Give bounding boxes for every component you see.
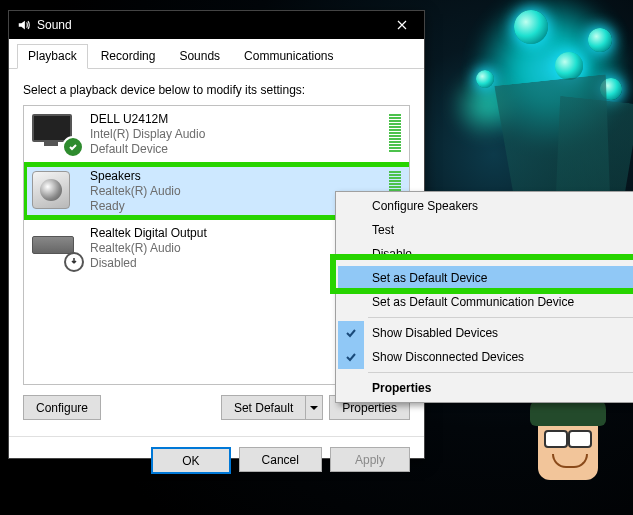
level-meter	[389, 112, 401, 152]
sound-icon	[17, 18, 31, 32]
menu-configure-speakers[interactable]: Configure Speakers	[338, 194, 633, 218]
menu-set-default-comm-device[interactable]: Set as Default Communication Device	[338, 290, 633, 314]
menu-disable[interactable]: Disable	[338, 242, 633, 266]
titlebar[interactable]: Sound	[9, 11, 424, 39]
speaker-icon	[32, 169, 80, 211]
menu-item-label: Show Disconnected Devices	[372, 350, 524, 364]
menu-properties[interactable]: Properties	[338, 376, 633, 400]
tab-communications[interactable]: Communications	[233, 44, 344, 69]
check-icon	[338, 345, 364, 369]
device-name: Speakers	[90, 169, 401, 184]
check-icon	[338, 321, 364, 345]
device-item[interactable]: DELL U2412M Intel(R) Display Audio Defau…	[24, 106, 409, 163]
menu-separator	[368, 372, 633, 373]
chevron-down-icon	[310, 404, 318, 412]
tab-playback[interactable]: Playback	[17, 44, 88, 69]
menu-show-disconnected[interactable]: Show Disconnected Devices	[338, 345, 633, 369]
tab-recording[interactable]: Recording	[90, 44, 167, 69]
set-default-button[interactable]: Set Default	[221, 395, 323, 420]
instruction-text: Select a playback device below to modify…	[23, 83, 410, 97]
menu-separator	[368, 317, 633, 318]
close-button[interactable]	[379, 11, 424, 39]
menu-show-disabled[interactable]: Show Disabled Devices	[338, 321, 633, 345]
apply-button[interactable]: Apply	[330, 447, 410, 472]
configure-button[interactable]: Configure	[23, 395, 101, 420]
ok-button[interactable]: OK	[151, 447, 230, 474]
tab-strip: Playback Recording Sounds Communications	[9, 39, 424, 69]
monitor-icon	[32, 112, 80, 154]
device-name: DELL U2412M	[90, 112, 401, 127]
cartoon-avatar	[538, 410, 598, 480]
set-default-label[interactable]: Set Default	[221, 395, 305, 420]
menu-item-label: Show Disabled Devices	[372, 326, 498, 340]
menu-test[interactable]: Test	[338, 218, 633, 242]
close-icon	[397, 20, 407, 30]
set-default-dropdown[interactable]	[305, 395, 323, 420]
cancel-button[interactable]: Cancel	[239, 447, 322, 472]
menu-set-default-device[interactable]: Set as Default Device	[338, 266, 633, 290]
device-driver: Intel(R) Display Audio	[90, 127, 401, 142]
window-title: Sound	[37, 18, 379, 32]
tab-sounds[interactable]: Sounds	[168, 44, 231, 69]
device-status: Default Device	[90, 142, 401, 157]
context-menu[interactable]: Configure Speakers Test Disable Set as D…	[335, 191, 633, 403]
digital-output-icon	[32, 226, 80, 268]
